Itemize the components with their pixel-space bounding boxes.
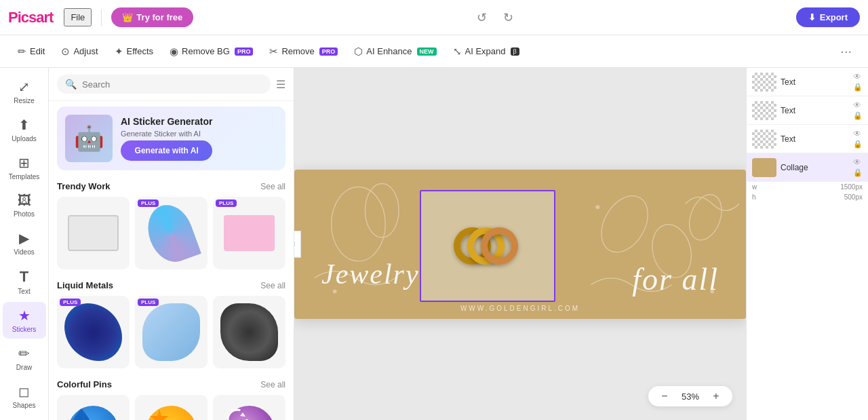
panel-content: 🤖 AI Sticker Generator Generate Sticker …	[49, 101, 294, 420]
collapse-handle[interactable]: ‹	[294, 231, 301, 258]
sidebar-label-text: Text	[18, 288, 30, 295]
sticker-pin-shape-3	[224, 406, 275, 420]
trendy-work-grid: PLUS PLUS	[57, 197, 285, 269]
file-button[interactable]: File	[64, 8, 92, 26]
zoom-out-button[interactable]: −	[658, 390, 671, 402]
layer-thumb-3	[752, 130, 776, 149]
liquid-metals-see-all[interactable]: See all	[260, 281, 285, 290]
sticker-trendy-1[interactable]	[57, 197, 130, 269]
sidebar-item-text[interactable]: T Text	[3, 263, 46, 301]
adjust-button[interactable]: ⊙ Adjust	[54, 41, 104, 62]
undo-button[interactable]: ↺	[474, 7, 490, 28]
svg-point-4	[365, 183, 399, 237]
eye-icon-1[interactable]: 👁	[853, 72, 863, 81]
layer-name-1: Text	[781, 77, 849, 87]
lock-icon-4[interactable]: 🔒	[853, 168, 863, 177]
layer-thumb-4	[752, 158, 776, 177]
ai-banner-title: AI Sticker Generator	[121, 116, 212, 127]
sidebar-item-stickers[interactable]: ★ Stickers	[3, 302, 46, 339]
plus-badge-4: PLUS	[138, 299, 159, 306]
canvas-area[interactable]: ‹	[294, 68, 746, 420]
colorful-pins-see-all[interactable]: See all	[260, 380, 285, 389]
sidebar-item-background[interactable]: ⬛ Background	[3, 416, 46, 420]
try-free-button[interactable]: 👑 Try for free	[111, 7, 193, 27]
generate-ai-button[interactable]: Generate with AI	[121, 140, 212, 161]
sticker-liquid-shape-3	[220, 303, 279, 362]
sidebar-item-uploads[interactable]: ⬆ Uploads	[3, 111, 46, 148]
pro-badge-removebg: PRO	[235, 47, 254, 56]
remove-button[interactable]: ✂ Remove PRO	[262, 41, 344, 62]
ai-expand-button[interactable]: ⤡ AI Expand β	[446, 41, 526, 62]
layer-name-4: Collage	[781, 163, 849, 172]
sidebar-item-photos[interactable]: 🖼 Photos	[3, 187, 46, 223]
for-all-text: for all	[632, 261, 719, 297]
templates-icon: ⊞	[18, 155, 30, 171]
search-icon: 🔍	[65, 79, 77, 90]
layer-size-width: w 1500px	[747, 182, 868, 192]
jewelry-canvas[interactable]: Jewelry for all WWW.GOLDENGIRL.COM	[294, 170, 746, 319]
sidebar-item-resize[interactable]: ⤢ Resize	[3, 73, 46, 110]
draw-icon: ✏	[18, 345, 30, 362]
svg-point-8	[595, 205, 599, 209]
trendy-work-see-all[interactable]: See all	[260, 182, 285, 191]
svg-marker-2	[240, 413, 245, 417]
photos-icon: 🖼	[18, 193, 31, 208]
layer-item-4[interactable]: Collage 👁 🔒	[747, 153, 868, 182]
shapes-icon: ◻	[18, 383, 30, 400]
zoom-in-button[interactable]: +	[709, 390, 723, 402]
sticker-liquid-1[interactable]: PLUS	[57, 296, 130, 368]
eye-icon-3[interactable]: 👁	[853, 129, 863, 138]
sidebar-item-draw[interactable]: ✏ Draw	[3, 340, 46, 377]
sticker-trendy-shape-2	[141, 198, 202, 267]
edit-button[interactable]: ✏ Edit	[11, 41, 52, 62]
sidebar-item-templates[interactable]: ⊞ Templates	[3, 149, 46, 186]
sidebar-item-videos[interactable]: ▶ Videos	[3, 225, 46, 261]
ai-enhance-icon: ⬡	[354, 45, 363, 58]
eye-icon-2[interactable]: 👁	[853, 100, 863, 110]
sticker-trendy-3[interactable]: PLUS	[213, 197, 285, 269]
lock-icon-2[interactable]: 🔒	[853, 111, 863, 120]
stickers-icon: ★	[18, 307, 31, 324]
sticker-pin-1[interactable]	[57, 395, 130, 420]
selected-collage-image[interactable]	[420, 190, 555, 302]
jewelry-text: Jewelry	[321, 258, 420, 290]
layer-thumb-1	[752, 73, 776, 92]
sticker-trendy-2[interactable]: PLUS	[135, 197, 208, 269]
export-button[interactable]: ⬇ Export	[796, 7, 860, 27]
remove-bg-button[interactable]: ◉ Remove BG PRO	[163, 41, 260, 62]
sticker-pin-shape-2	[146, 406, 197, 420]
filter-button[interactable]: ☰	[276, 78, 285, 91]
eye-icon-4[interactable]: 👁	[853, 157, 863, 167]
left-sidebar: ⤢ Resize ⬆ Uploads ⊞ Templates 🖼 Photos …	[0, 68, 49, 420]
ai-enhance-button[interactable]: ⬡ AI Enhance NEW	[347, 41, 443, 62]
uploads-icon: ⬆	[18, 117, 30, 133]
liquid-metals-grid: PLUS PLUS	[57, 296, 285, 368]
sticker-liquid-3[interactable]	[213, 296, 285, 368]
toolbar: ✏ Edit ⊙ Adjust ✦ Effects ◉ Remove BG PR…	[0, 35, 868, 68]
sticker-liquid-2[interactable]: PLUS	[135, 296, 208, 368]
ai-banner-subtitle: Generate Sticker with AI	[121, 130, 212, 138]
effects-button[interactable]: ✦ Effects	[108, 41, 161, 62]
layer-item-1[interactable]: Text 👁 🔒	[747, 68, 868, 96]
sidebar-item-shapes[interactable]: ◻ Shapes	[3, 378, 46, 415]
sticker-pin-3[interactable]	[213, 395, 285, 420]
more-button[interactable]: ···	[835, 41, 857, 62]
edit-icon: ✏	[18, 45, 26, 58]
lock-icon-1[interactable]: 🔒	[853, 83, 863, 92]
redo-button[interactable]: ↻	[500, 7, 516, 28]
layer-size-height: h 500px	[747, 192, 868, 202]
search-box[interactable]: 🔍	[57, 75, 271, 94]
beta-badge: β	[511, 47, 519, 56]
search-input[interactable]	[82, 79, 262, 90]
trendy-work-header: Trendy Work See all	[57, 181, 285, 191]
lock-icon-3[interactable]: 🔒	[853, 140, 863, 149]
sidebar-label-resize: Resize	[14, 97, 35, 104]
zoom-controls: − 53% +	[648, 386, 732, 406]
sticker-pin-2[interactable]	[135, 395, 208, 420]
crown-icon: 👑	[122, 12, 133, 22]
sidebar-label-stickers: Stickers	[12, 326, 37, 333]
topbar: Picsart File 👑 Try for free ↺ ↻ ⬇ Export	[0, 0, 868, 35]
layer-item-3[interactable]: Text 👁 🔒	[747, 125, 868, 153]
layer-item-2[interactable]: Text 👁 🔒	[747, 96, 868, 125]
right-sidebar: Text 👁 🔒 Text 👁 🔒 Text 👁 🔒	[746, 68, 868, 420]
